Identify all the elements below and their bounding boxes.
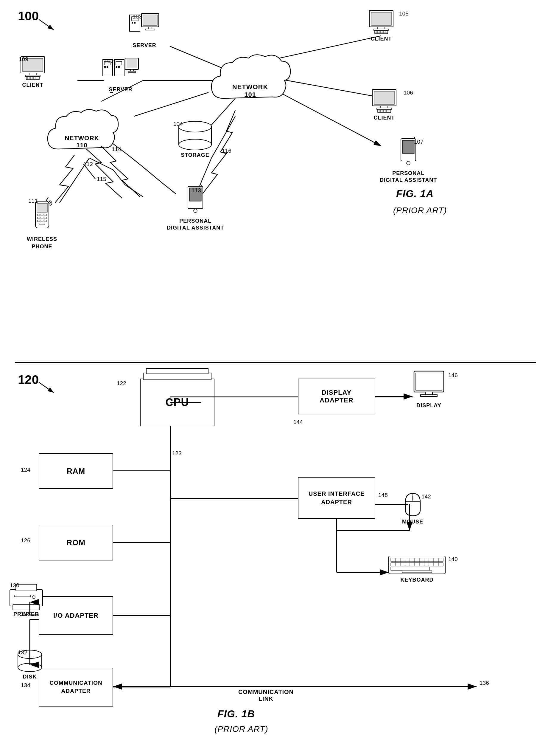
divider — [15, 362, 536, 363]
network-110-label: NETWORK — [65, 135, 99, 142]
network-110-sub: 110 — [76, 142, 88, 149]
comm-link-label: COMMUNICATIONLINK — [238, 689, 294, 702]
ref-136: 136 — [480, 680, 489, 686]
network-101-label: NETWORK — [232, 83, 268, 91]
network-110-cloud: NETWORK 110 — [43, 106, 121, 166]
fig1b-prior-art: (PRIOR ART) — [214, 724, 268, 734]
network-101-sub: 101 — [244, 91, 256, 99]
fig1b-label: FIG. 1B — [217, 708, 255, 720]
diagram-container: 100 NETWORK 101 NETWORK 110 — [0, 0, 551, 756]
fig1b: 120 CPU 122 RAM 124 ROM 126 I/O ADAPTER … — [0, 364, 551, 756]
fig1a: 100 NETWORK 101 NETWORK 110 — [0, 0, 551, 358]
network-101-cloud: NETWORK 101 — [205, 51, 295, 116]
